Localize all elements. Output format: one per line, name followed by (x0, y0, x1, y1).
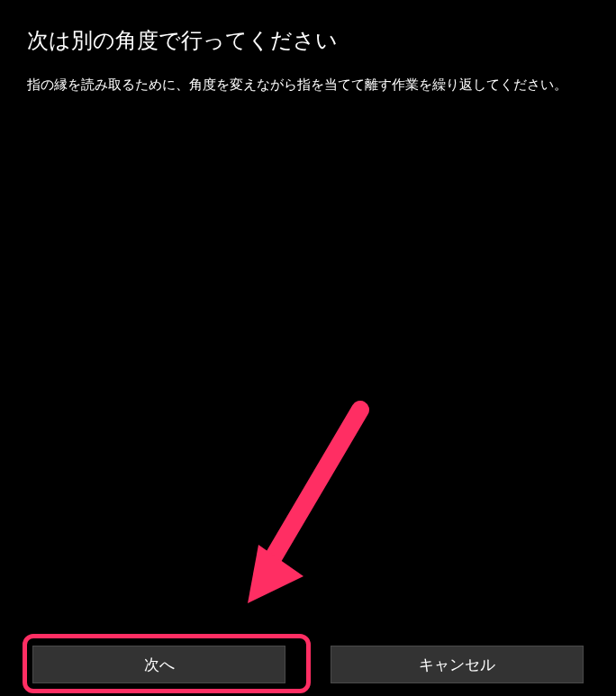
cancel-button[interactable]: キャンセル (331, 646, 584, 683)
dialog-title: 次は別の角度で行ってください (27, 25, 589, 56)
dialog-content: 次は別の角度で行ってください 指の縁を読み取るために、角度を変えながら指を当てて… (0, 0, 616, 95)
cancel-button-label: キャンセル (419, 655, 495, 675)
button-row: 次へ キャンセル (0, 646, 616, 683)
dialog-description: 指の縁を読み取るために、角度を変えながら指を当てて離す作業を繰り返してください。 (27, 74, 589, 95)
arrow-annotation-icon (221, 396, 383, 612)
next-button-label: 次へ (144, 655, 175, 675)
next-button[interactable]: 次へ (32, 646, 285, 683)
